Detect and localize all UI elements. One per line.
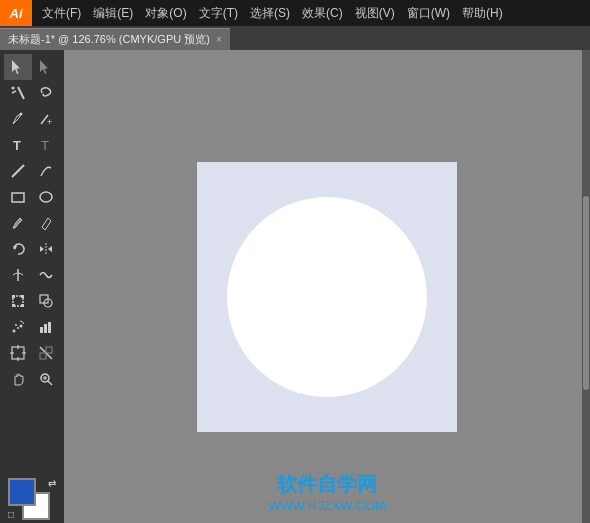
svg-rect-31 [48,322,51,333]
menu-effect[interactable]: 效果(C) [296,0,349,26]
svg-rect-38 [40,353,46,359]
svg-marker-1 [40,60,48,74]
tool-row-artboard [0,340,64,366]
symbol-sprayer-tool[interactable] [4,314,32,340]
svg-line-9 [12,165,24,177]
menu-file[interactable]: 文件(F) [36,0,87,26]
tool-row-lasso [0,80,64,106]
active-tab[interactable]: 未标题-1* @ 126.76% (CMYK/GPU 预览) × [0,28,230,50]
color-area: ⇄ □ □ ◫ ✕ [0,474,64,523]
vertical-scrollbar-thumb[interactable] [583,196,589,390]
menu-view[interactable]: 视图(V) [349,0,401,26]
column-graph-tool[interactable] [32,314,60,340]
shape-builder-tool[interactable] [32,288,60,314]
svg-line-12 [42,227,45,230]
paintbrush-tool[interactable] [4,210,32,236]
slice-tool[interactable] [32,340,60,366]
menu-edit[interactable]: 编辑(E) [87,0,139,26]
arc-tool[interactable] [32,158,60,184]
vertical-scrollbar[interactable] [582,50,590,523]
tool-row-line [0,158,64,184]
svg-point-4 [12,87,15,90]
tool-row-symbol [0,314,64,340]
add-anchor-tool[interactable]: + [32,106,60,132]
tab-bar: 未标题-1* @ 126.76% (CMYK/GPU 预览) × [0,26,590,50]
menu-text[interactable]: 文字(T) [193,0,244,26]
tool-row-warp [0,262,64,288]
width-tool[interactable] [4,262,32,288]
color-swatches: ⇄ □ [8,478,56,520]
svg-point-11 [40,192,52,202]
default-colors-icon[interactable]: □ [8,509,14,520]
toolbar: + T T [0,50,64,523]
tool-row-pen: + [0,106,64,132]
pencil-tool[interactable] [32,210,60,236]
svg-rect-10 [12,193,24,202]
warp-tool[interactable] [32,262,60,288]
svg-text:+: + [47,117,52,127]
svg-marker-0 [12,60,20,74]
svg-line-3 [12,91,16,93]
rectangle-tool[interactable] [4,184,32,210]
svg-line-2 [18,87,24,99]
main-area: + T T [0,50,590,523]
svg-point-5 [20,113,23,116]
svg-rect-29 [40,327,43,333]
vertical-type-tool[interactable]: T [32,132,60,158]
type-tool[interactable]: T [4,132,32,158]
svg-point-26 [17,327,19,329]
svg-point-28 [20,325,23,328]
menu-select[interactable]: 选择(S) [244,0,296,26]
ellipse-tool[interactable] [32,184,60,210]
free-transform-tool[interactable] [4,288,32,314]
hand-tool[interactable] [4,366,32,392]
tab-close-button[interactable]: × [216,34,222,45]
menu-object[interactable]: 对象(O) [139,0,192,26]
tool-row-selection [0,54,64,80]
tool-row-hand [0,366,64,392]
tool-row-freetransform [0,288,64,314]
magic-wand-tool[interactable] [4,80,32,106]
direct-select-tool[interactable] [32,54,60,80]
canvas-area: 软件自学网 WWW.RJZXW.COM [64,50,590,523]
svg-line-41 [48,381,52,385]
svg-text:T: T [41,138,49,153]
circle-shape [227,197,427,397]
menu-bar: 文件(F) 编辑(E) 对象(O) 文字(T) 选择(S) 效果(C) 视图(V… [32,0,590,26]
svg-rect-19 [12,295,15,298]
pen-tool[interactable] [4,106,32,132]
svg-marker-16 [48,246,52,252]
tab-label: 未标题-1* @ 126.76% (CMYK/GPU 预览) [8,32,210,47]
artboard-tool[interactable] [4,340,32,366]
lasso-tool[interactable] [32,80,60,106]
reflect-tool[interactable] [32,236,60,262]
svg-rect-39 [46,347,52,353]
foreground-color-swatch[interactable] [8,478,36,506]
tool-row-transform [0,236,64,262]
svg-rect-21 [12,304,15,307]
swap-colors-icon[interactable]: ⇄ [48,478,56,489]
menu-window[interactable]: 窗口(W) [401,0,456,26]
zoom-tool[interactable] [32,366,60,392]
menu-help[interactable]: 帮助(H) [456,0,509,26]
artwork-canvas [197,162,457,432]
tool-row-type: T T [0,132,64,158]
line-tool[interactable] [4,158,32,184]
select-tool[interactable] [4,54,32,80]
svg-point-27 [15,324,17,326]
canvas-background [97,82,557,512]
svg-point-25 [13,330,16,333]
tool-row-brush [0,210,64,236]
svg-rect-20 [21,295,24,298]
ai-logo: Ai [0,0,32,26]
tool-row-shape [0,184,64,210]
title-bar: Ai 文件(F) 编辑(E) 对象(O) 文字(T) 选择(S) 效果(C) 视… [0,0,590,26]
svg-text:T: T [13,138,21,153]
svg-rect-22 [21,304,24,307]
svg-rect-30 [44,324,47,333]
svg-marker-15 [40,246,44,252]
rotate-tool[interactable] [4,236,32,262]
